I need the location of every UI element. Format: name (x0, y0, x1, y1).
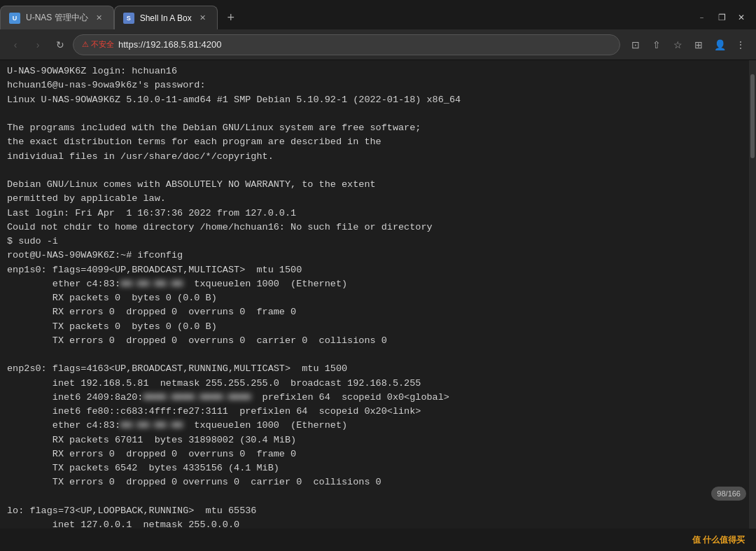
refresh-button[interactable]: ↻ (50, 35, 70, 55)
mac-blurred-1: ■■:■■:■■:■■ (120, 277, 183, 291)
address-bar: ‹ › ↻ ⚠ 不安全 https://192.168.5.81:4200 ⊡ … (0, 29, 756, 60)
forward-button[interactable]: › (28, 35, 48, 55)
watermark: 值 什么值得买 (692, 534, 745, 546)
terminal-area[interactable]: U-NAS-9OWA9K6Z login: hchuan16 hchuan16@… (0, 60, 749, 529)
tab-shell-label: Shell In A Box (140, 13, 192, 23)
warning-text: 不安全 (91, 39, 114, 50)
terminal-scroll-thumb[interactable] (750, 74, 755, 158)
warning-icon: ⚠ (82, 40, 89, 49)
share-icon[interactable]: ⇧ (647, 35, 666, 55)
watermark-text: 值 什么值得买 (692, 535, 745, 545)
tab-unas[interactable]: U U-NAS 管理中心 ✕ (0, 6, 114, 29)
tab-shell-close[interactable]: ✕ (197, 13, 209, 24)
back-button[interactable]: ‹ (6, 35, 25, 55)
minimize-button[interactable]: ﹣ (693, 8, 711, 27)
browser-window: U U-NAS 管理中心 ✕ S Shell In A Box ✕ + ﹣ ❐ … (0, 0, 756, 551)
bottom-bar: 值 什么值得买 (0, 529, 756, 551)
scroll-indicator: 98/166 (711, 487, 746, 501)
toolbar-icons: ⊡ ⇧ ☆ ⊞ 👤 ⋮ (626, 35, 750, 55)
tab-unas-label: U-NAS 管理中心 (26, 12, 88, 24)
tab-bar: U U-NAS 管理中心 ✕ S Shell In A Box ✕ + ﹣ ❐ … (0, 0, 756, 29)
url-text: https://192.168.5.81:4200 (118, 39, 221, 50)
mac-blurred-2: ■■:■■:■■:■■ (120, 419, 183, 433)
terminal-output: U-NAS-9OWA9K6Z login: hchuan16 hchuan16@… (7, 64, 742, 529)
tab-shell-favicon: S (123, 13, 134, 24)
security-warning: ⚠ 不安全 (82, 39, 114, 50)
tab-unas-favicon: U (9, 13, 20, 24)
terminal-scrollbar[interactable] (749, 60, 756, 529)
ipv6-blurred: ■■■■:■■■■:■■■■:■■■■ (143, 391, 251, 405)
tab-unas-close[interactable]: ✕ (94, 13, 105, 24)
new-tab-button[interactable]: + (220, 7, 241, 28)
extension-icon[interactable]: ⊞ (689, 35, 708, 55)
favorite-icon[interactable]: ☆ (668, 35, 687, 55)
window-controls: ﹣ ❐ ✕ (693, 8, 756, 29)
maximize-button[interactable]: ❐ (713, 8, 731, 27)
screenshot-icon[interactable]: ⊡ (626, 35, 645, 55)
terminal-wrapper: U-NAS-9OWA9K6Z login: hchuan16 hchuan16@… (0, 60, 756, 529)
tab-shell[interactable]: S Shell In A Box ✕ (114, 6, 218, 29)
menu-icon[interactable]: ⋮ (731, 35, 750, 55)
account-icon[interactable]: 👤 (710, 35, 729, 55)
close-button[interactable]: ✕ (732, 8, 750, 27)
address-input[interactable]: ⚠ 不安全 https://192.168.5.81:4200 (73, 34, 620, 55)
